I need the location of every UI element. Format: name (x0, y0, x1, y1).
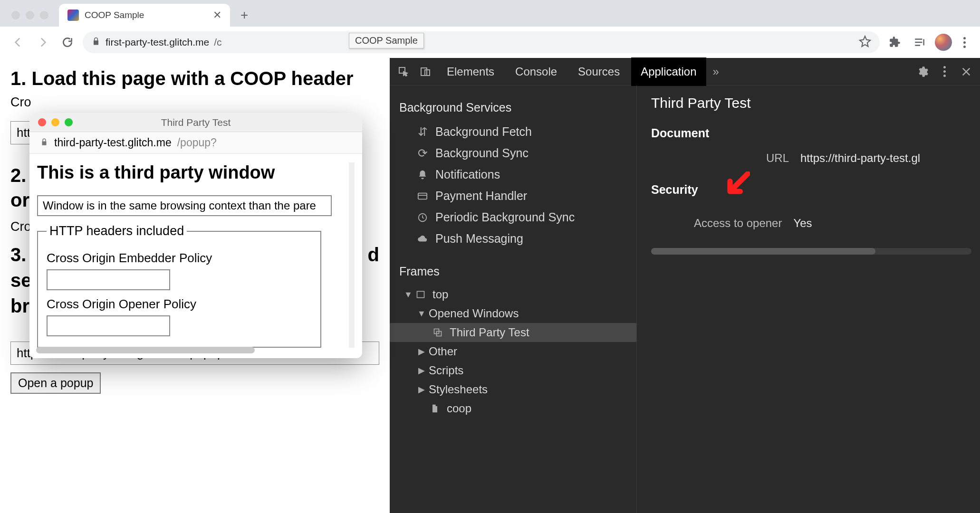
tab-console[interactable]: Console (506, 57, 567, 86)
popup-url-path: /popup? (177, 136, 217, 149)
caret-down-icon: ▼ (404, 290, 413, 300)
url-path: /c (214, 37, 221, 48)
coep-label: Cross Origin Embedder Policy (47, 251, 312, 266)
cloud-icon (416, 233, 429, 245)
sidebar-item-periodic-sync[interactable]: Periodic Background Sync (390, 207, 636, 228)
http-headers-fieldset: HTTP headers included Cross Origin Embed… (37, 224, 321, 348)
window-controls[interactable] (5, 11, 55, 19)
browser-tab[interactable]: COOP Sample ✕ (59, 4, 230, 27)
devtools-main: Third Party Test Document URL https://th… (637, 86, 980, 513)
coop-input[interactable] (47, 315, 170, 336)
page-heading-3-num: 3. (10, 244, 26, 265)
tree-item-opened-windows[interactable]: ▼Opened Windows (390, 304, 636, 323)
tab-application[interactable]: Application (631, 57, 706, 86)
browser-chrome: COOP Sample ✕ + first-party-test.glitch.… (0, 0, 980, 58)
sidebar-item-payment-handler[interactable]: Payment Handler (390, 185, 636, 207)
red-arrow-annotation-icon (723, 171, 750, 198)
toolbar: first-party-test.glitch.me/c COOP Sample (0, 27, 980, 58)
back-button[interactable] (9, 33, 28, 52)
kv-url: URL https://third-party-test.gl (651, 152, 980, 165)
more-tabs-icon[interactable]: » (708, 65, 724, 78)
url-value: https://third-party-test.gl (800, 152, 920, 165)
url-label: URL (694, 152, 789, 165)
sidebar-item-notifications[interactable]: Notifications (390, 164, 636, 185)
access-label: Access to opener (694, 217, 782, 230)
devtools-body: Background Services ⇵Background Fetch ⟳B… (390, 86, 980, 513)
tab-sources[interactable]: Sources (568, 57, 629, 86)
popup-urlbar[interactable]: third-party-test.glitch.me/popup? (29, 132, 362, 154)
sidebar-section-background-services: Background Services (390, 94, 636, 121)
popup-heading: This is a third party window (37, 162, 347, 183)
popup-title: Third Party Test (29, 117, 362, 128)
kv-access-to-opener: Access to opener Yes (651, 217, 980, 230)
page-heading-3-suffix: d (368, 243, 379, 266)
devtools-close-icon[interactable] (956, 62, 976, 82)
horizontal-scrollbar[interactable] (651, 248, 971, 255)
inspect-element-icon[interactable] (394, 62, 413, 82)
address-bar[interactable]: first-party-test.glitch.me/c COOP Sample (83, 31, 880, 53)
devtools-menu-icon[interactable] (934, 62, 954, 82)
tree-item-stylesheets[interactable]: ▶Stylesheets (390, 380, 636, 399)
svg-rect-3 (418, 193, 427, 199)
reload-button[interactable] (58, 33, 77, 52)
popup-window: Third Party Test third-party-test.glitch… (29, 113, 362, 358)
devtools-settings-icon[interactable] (913, 62, 932, 82)
new-tab-button[interactable]: + (234, 8, 255, 23)
file-icon (430, 403, 440, 414)
profile-avatar[interactable] (935, 34, 952, 51)
bookmark-star-icon[interactable] (859, 35, 871, 50)
sidebar-section-frames: Frames (390, 258, 636, 285)
coep-input[interactable] (47, 269, 170, 290)
caret-right-icon: ▶ (417, 365, 426, 376)
maximize-window-icon[interactable] (40, 11, 48, 19)
reading-list-icon[interactable] (910, 33, 929, 52)
devtools-tabbar: Elements Console Sources Application » (390, 58, 980, 86)
svg-rect-5 (417, 291, 424, 297)
lock-icon (40, 136, 48, 149)
url-host: first-party-test.glitch.me (106, 37, 209, 48)
tree-item-other[interactable]: ▶Other (390, 342, 636, 361)
popup-horizontal-scrollbar[interactable] (36, 347, 343, 354)
tree-item-scripts[interactable]: ▶Scripts (390, 361, 636, 380)
close-window-icon[interactable] (11, 11, 20, 19)
open-popup-button[interactable]: Open a popup (10, 372, 101, 394)
sidebar-item-push-messaging[interactable]: Push Messaging (390, 228, 636, 249)
security-heading: Security (651, 183, 698, 197)
sidebar-item-background-sync[interactable]: ⟳Background Sync (390, 142, 636, 164)
frame-title: Third Party Test (651, 95, 980, 111)
lock-icon (91, 37, 101, 48)
popup-titlebar[interactable]: Third Party Test (29, 113, 362, 132)
fetch-icon: ⇵ (416, 126, 429, 138)
forward-button[interactable] (33, 33, 52, 52)
page-heading-1: 1. Load this page with a COOP header (10, 66, 379, 90)
device-mode-icon[interactable] (415, 62, 435, 82)
favicon-icon (67, 10, 79, 21)
minimize-window-icon[interactable] (26, 11, 34, 19)
bell-icon (416, 169, 429, 181)
tree-item-coop[interactable]: coop (390, 399, 636, 418)
tree-item-third-party-test[interactable]: Third Party Test (390, 323, 636, 342)
document-heading: Document (651, 126, 980, 140)
browser-menu-icon[interactable] (958, 37, 971, 48)
card-icon (416, 190, 429, 202)
access-value: Yes (793, 217, 812, 230)
devtools-panel: Elements Console Sources Application » B… (390, 58, 980, 513)
devtools-sidebar: Background Services ⇵Background Fetch ⟳B… (390, 86, 637, 513)
popup-status-input[interactable] (37, 195, 332, 216)
tree-item-top[interactable]: ▼top (390, 285, 636, 304)
page-text-cro: Cro (10, 95, 379, 110)
popup-body: This is a third party window HTTP header… (29, 154, 362, 358)
clock-icon (416, 211, 429, 224)
sidebar-item-background-fetch[interactable]: ⇵Background Fetch (390, 121, 636, 142)
url-tooltip: COOP Sample (349, 33, 424, 48)
caret-right-icon: ▶ (417, 384, 426, 395)
window-icon (432, 327, 443, 338)
tab-elements[interactable]: Elements (437, 57, 504, 86)
sync-icon: ⟳ (416, 147, 429, 160)
page-heading-2: 2. (10, 165, 26, 186)
coop-label: Cross Origin Opener Policy (47, 297, 312, 312)
tab-close-icon[interactable]: ✕ (213, 9, 221, 21)
popup-url-host: third-party-test.glitch.me (54, 136, 172, 149)
tab-title: COOP Sample (85, 10, 207, 20)
extensions-icon[interactable] (885, 33, 904, 52)
